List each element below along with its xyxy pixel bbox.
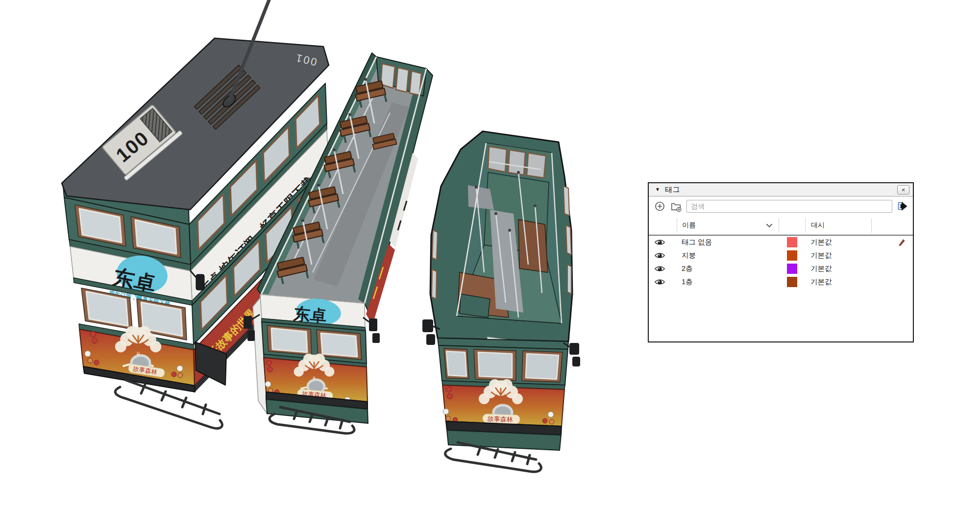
tag-color-swatch[interactable] <box>787 237 797 247</box>
tag-name: 지붕 <box>677 251 779 260</box>
tag-name: 태그 없음 <box>677 238 779 247</box>
tag-dashes-value[interactable]: 기본값 <box>805 277 871 287</box>
header-color-column <box>779 218 805 233</box>
table-header: 이름 대시 <box>649 216 913 236</box>
add-tag-icon[interactable] <box>654 200 666 212</box>
header-pencil-column <box>871 218 913 233</box>
tag-color-swatch[interactable] <box>787 277 797 287</box>
visibility-eye-icon[interactable] <box>655 252 665 259</box>
chevron-down-icon[interactable] <box>766 223 773 228</box>
panel-title: 태그 <box>665 185 680 195</box>
tag-dashes-value[interactable]: 기본값 <box>805 264 871 273</box>
windshields <box>439 345 568 385</box>
tags-panel: ▼ 태그 × 이름 대시 <box>648 182 914 342</box>
svg-text:故事森林: 故事森林 <box>488 415 513 423</box>
panel-toolbar <box>649 196 913 216</box>
header-eye-column <box>649 218 677 233</box>
header-dashes-column[interactable]: 대시 <box>805 218 871 233</box>
tag-dashes-value[interactable]: 기본값 <box>805 238 871 247</box>
tag-dashes-value[interactable]: 기본값 <box>805 251 871 260</box>
visibility-eye-icon[interactable] <box>655 265 665 272</box>
tram-middle-front: 东卓 按年订阅，畅享无限下载 100 <box>260 294 368 423</box>
front-badge: 故事森林 <box>483 414 520 424</box>
tag-name: 2층 <box>677 264 779 273</box>
details-arrow-icon[interactable] <box>897 200 908 212</box>
collapse-triangle-icon[interactable]: ▼ <box>655 187 660 192</box>
tag-color-swatch[interactable] <box>787 250 797 261</box>
tram-left-front: 东卓 按年订阅，畅享无限下载 100 <box>63 182 195 392</box>
tram-right-interior[interactable]: 100 故事森林 <box>422 131 580 472</box>
visibility-eye-icon[interactable] <box>655 278 665 286</box>
tag-name: 1층 <box>677 277 779 287</box>
close-button[interactable]: × <box>897 185 909 195</box>
active-tag-pencil-icon <box>898 238 906 246</box>
header-name-column[interactable]: 이름 <box>677 218 779 233</box>
tram-right-front: 100 故事森林 <box>438 338 568 450</box>
visibility-eye-icon[interactable] <box>655 239 665 246</box>
search-input[interactable] <box>686 200 892 213</box>
tag-color-swatch[interactable] <box>787 264 797 274</box>
add-tag-folder-icon[interactable] <box>670 200 682 212</box>
table-row[interactable]: 태그 없음 기본값 <box>649 236 913 249</box>
table-row[interactable]: 지붕 기본값 <box>649 249 913 262</box>
table-row[interactable]: 2층 기본값 <box>649 262 913 275</box>
panel-titlebar[interactable]: ▼ 태그 × <box>649 183 913 196</box>
tag-list: 태그 없음 기본값 지붕 기본값 <box>649 236 913 289</box>
table-row[interactable]: 1층 기본값 <box>649 275 913 289</box>
